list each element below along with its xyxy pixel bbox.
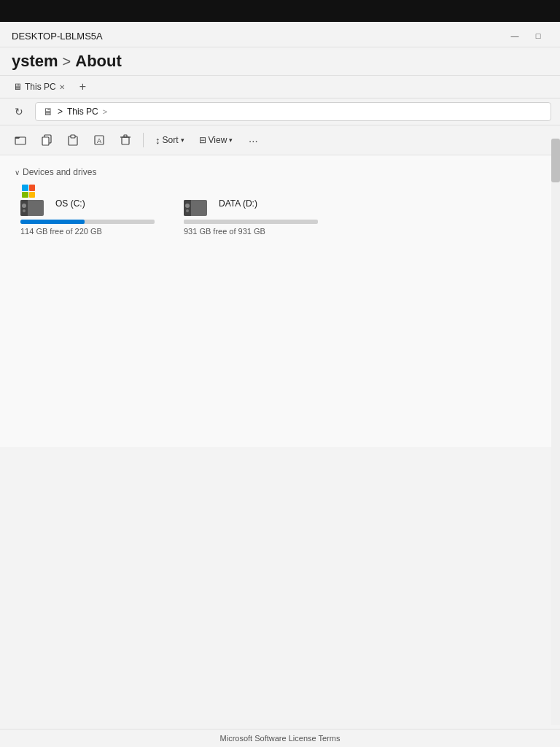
rename-button[interactable]: A	[88, 128, 111, 152]
hdd-wheel-small-d	[186, 209, 189, 212]
section-chevron-icon[interactable]: ∨	[15, 169, 20, 177]
svg-rect-4	[71, 135, 75, 138]
hdd-left-c	[20, 200, 28, 216]
drive-c-info: 114 GB free of 220 GB	[20, 227, 155, 236]
svg-rect-9	[124, 135, 127, 137]
hdd-body-d	[184, 200, 207, 216]
section-label: Devices and drives	[23, 167, 96, 177]
title-bar-left: DESKTOP-LBLMS5A	[12, 31, 103, 42]
title-bar-controls: — □	[505, 28, 548, 44]
content-area: ∨ Devices and drives	[0, 155, 560, 447]
drive-d-info: 931 GB free of 931 GB	[184, 227, 318, 236]
tab-icon: 🖥	[13, 82, 22, 92]
top-black-bar	[0, 0, 560, 22]
breadcrumb-separator: >	[63, 53, 71, 70]
drive-c-bar-fill	[20, 220, 85, 224]
breadcrumb: ystem > About	[12, 52, 548, 71]
drive-item-c[interactable]: OS (C:) 114 GB free of 220 GB	[15, 186, 160, 241]
hdd-left-d	[184, 200, 191, 216]
address-path: This PC	[67, 107, 98, 117]
sort-icon: ↕	[155, 135, 160, 146]
win-pane-yellow	[29, 192, 36, 198]
maximize-button[interactable]: □	[528, 28, 548, 44]
tab-this-pc[interactable]: 🖥 This PC ✕	[6, 79, 72, 95]
tab-label: This PC	[25, 82, 56, 92]
window-container: DESKTOP-LBLMS5A — □ ystem > About 🖥 This…	[0, 22, 560, 747]
svg-rect-7	[122, 137, 129, 144]
drive-d-label: DATA (D:)	[219, 198, 257, 209]
address-pill[interactable]: 🖥 > This PC >	[35, 102, 551, 121]
scrollbar-thumb[interactable]	[551, 139, 560, 182]
win-pane-blue	[22, 185, 28, 191]
minimize-button[interactable]: —	[505, 28, 525, 44]
new-folder-button[interactable]	[9, 128, 32, 152]
refresh-button[interactable]: ↻	[9, 101, 29, 122]
window-title: DESKTOP-LBLMS5A	[12, 31, 103, 42]
sort-chevron-icon: ▾	[181, 136, 184, 144]
sort-button[interactable]: ↕ Sort ▾	[149, 132, 190, 149]
tab-close-button[interactable]: ✕	[59, 83, 65, 91]
drive-c-icon	[20, 192, 50, 215]
toolbar: A ↕ Sort ▾ ⊟ View ▾ ···	[0, 125, 560, 155]
hdd-wheel-small-c	[23, 209, 26, 212]
svg-text:A: A	[97, 137, 101, 144]
drive-c-label: OS (C:)	[55, 198, 85, 209]
address-end-sep: >	[103, 107, 107, 116]
drive-d-bar	[184, 220, 318, 224]
breadcrumb-current: About	[75, 52, 122, 71]
bottom-bar-label[interactable]: Microsoft Software License Terms	[220, 734, 341, 743]
sort-label: Sort	[163, 135, 179, 145]
win-pane-green	[22, 192, 28, 198]
svg-rect-2	[42, 137, 49, 145]
hdd-body-c	[20, 200, 44, 216]
drive-c-bar	[20, 220, 155, 224]
hdd-wheel-c	[22, 204, 26, 208]
win-pane-red	[29, 185, 36, 191]
monitor-icon: 🖥	[43, 106, 53, 117]
view-label: View	[209, 135, 228, 145]
drives-grid: OS (C:) 114 GB free of 220 GB	[15, 186, 545, 241]
view-icon: ⊟	[199, 135, 206, 145]
drive-c-header: OS (C:)	[20, 192, 155, 215]
bottom-bar: Microsoft Software License Terms	[0, 729, 560, 747]
view-button[interactable]: ⊟ View ▾	[193, 132, 239, 148]
paste-button[interactable]	[61, 128, 85, 152]
tabs-row: 🖥 This PC ✕ +	[0, 76, 560, 98]
copy-button[interactable]	[35, 128, 58, 152]
windows-logo-icon	[22, 185, 35, 198]
breadcrumb-header: ystem > About	[0, 47, 560, 76]
address-separator-arrow: >	[58, 107, 63, 117]
breadcrumb-parent[interactable]: ystem	[12, 52, 58, 71]
delete-button[interactable]	[114, 128, 137, 152]
toolbar-separator	[143, 133, 144, 147]
tab-add-button[interactable]: +	[74, 79, 92, 95]
hdd-wheel-d	[185, 204, 190, 208]
address-bar: ↻ 🖥 > This PC >	[0, 98, 560, 125]
more-options-button[interactable]: ···	[241, 128, 265, 152]
drive-d-bar-fill	[184, 220, 185, 224]
drive-item-d[interactable]: DATA (D:) 931 GB free of 931 GB	[178, 186, 324, 241]
drive-d-header: DATA (D:)	[184, 192, 318, 215]
drive-d-icon	[184, 192, 213, 215]
view-chevron-icon: ▾	[229, 136, 233, 144]
more-icon: ···	[249, 134, 258, 147]
section-header: ∨ Devices and drives	[15, 167, 545, 177]
scrollbar-track	[551, 139, 560, 725]
title-bar: DESKTOP-LBLMS5A — □	[0, 22, 560, 47]
